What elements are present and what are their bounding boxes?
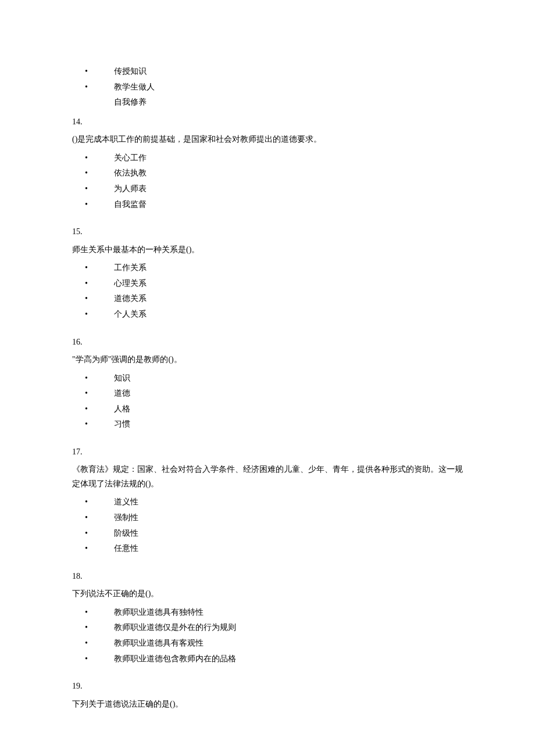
option-text: 教师职业道德具有独特性: [114, 608, 204, 617]
option-text: 知识: [114, 374, 130, 382]
option-text: 任意性: [114, 544, 138, 553]
option-text: 教师职业道德仅是外在的行为规则: [114, 623, 236, 632]
question-number: 18.: [72, 569, 463, 584]
list-item: 道德关系: [72, 291, 463, 307]
preamble-options: 传授知识 教学生做人 自我修养: [72, 64, 463, 110]
list-item: 教师职业道德具有独特性: [72, 605, 463, 621]
list-item: 为人师表: [72, 181, 463, 197]
option-text: 教师职业道德具有客观性: [114, 639, 204, 647]
option-text: 教师职业道德包含教师内在的品格: [114, 654, 236, 663]
option-text: 传授知识: [114, 67, 147, 76]
question-17: 17. 《教育法》规定：国家、社会对符合入学条件、经济困难的儿童、少年、青年，提…: [72, 445, 463, 557]
list-item: 关心工作: [72, 151, 463, 166]
question-text: 下列说法不正确的是()。: [72, 587, 463, 601]
question-text: ()是完成本职工作的前提基础，是国家和社会对教师提出的道德要求。: [72, 132, 463, 147]
option-text: 依法执教: [114, 169, 147, 177]
option-text: 人格: [114, 404, 130, 413]
list-item: 教学生做人: [72, 80, 463, 95]
list-item: 教师职业道德具有客观性: [72, 636, 463, 651]
option-text: 自我监督: [114, 200, 147, 209]
question-options: 知识 道德 人格 习惯: [72, 371, 463, 432]
list-item: 道德: [72, 386, 463, 402]
question-number: 14.: [72, 115, 463, 130]
list-item: 自我监督: [72, 197, 463, 213]
question-number: 17.: [72, 445, 463, 460]
question-text: 师生关系中最基本的一种关系是()。: [72, 243, 463, 257]
question-text: 《教育法》规定：国家、社会对符合入学条件、经济困难的儿童、少年、青年，提供各种形…: [72, 463, 463, 491]
list-item: 工作关系: [72, 260, 463, 276]
option-text: 习惯: [114, 420, 130, 428]
list-item: 依法执教: [72, 166, 463, 181]
list-item: 人格: [72, 402, 463, 417]
question-19: 19. 下列关于道德说法正确的是()。: [72, 679, 463, 711]
option-text: 教学生做人: [114, 83, 155, 91]
list-item: 知识: [72, 371, 463, 386]
list-item: 教师职业道德仅是外在的行为规则: [72, 620, 463, 636]
option-text: 心理关系: [114, 279, 147, 288]
option-text: 道德关系: [114, 294, 147, 303]
question-text: "学高为师"强调的是教师的()。: [72, 353, 463, 367]
list-item: 任意性: [72, 541, 463, 557]
list-item: 习惯: [72, 417, 463, 432]
list-item: 阶级性: [72, 526, 463, 542]
list-item: 传授知识: [72, 64, 463, 80]
question-number: 15.: [72, 225, 463, 239]
question-16: 16. "学高为师"强调的是教师的()。 知识 道德 人格 习惯: [72, 335, 463, 432]
list-item: 教师职业道德包含教师内在的品格: [72, 651, 463, 667]
option-text: 个人关系: [114, 310, 147, 318]
question-options: 教师职业道德具有独特性 教师职业道德仅是外在的行为规则 教师职业道德具有客观性 …: [72, 605, 463, 667]
list-item: 道义性: [72, 495, 463, 510]
option-text: 强制性: [114, 513, 138, 522]
option-text: 道义性: [114, 497, 138, 506]
list-item: 自我修养: [72, 95, 463, 110]
option-text: 工作关系: [114, 263, 147, 272]
question-18: 18. 下列说法不正确的是()。 教师职业道德具有独特性 教师职业道德仅是外在的…: [72, 569, 463, 667]
question-number: 16.: [72, 335, 463, 350]
list-item: 心理关系: [72, 276, 463, 292]
option-text: 道德: [114, 389, 130, 397]
question-options: 道义性 强制性 阶级性 任意性: [72, 495, 463, 556]
question-15: 15. 师生关系中最基本的一种关系是()。 工作关系 心理关系 道德关系 个人关…: [72, 225, 463, 322]
option-text: 关心工作: [114, 153, 147, 162]
question-options: 关心工作 依法执教 为人师表 自我监督: [72, 151, 463, 212]
option-text: 阶级性: [114, 529, 138, 538]
question-options: 工作关系 心理关系 道德关系 个人关系: [72, 260, 463, 322]
option-text: 为人师表: [114, 184, 147, 193]
list-item: 强制性: [72, 510, 463, 526]
list-item: 个人关系: [72, 307, 463, 323]
option-text: 自我修养: [114, 98, 147, 106]
question-text: 下列关于道德说法正确的是()。: [72, 697, 463, 712]
question-number: 19.: [72, 679, 463, 694]
question-14: 14. ()是完成本职工作的前提基础，是国家和社会对教师提出的道德要求。 关心工…: [72, 115, 463, 212]
